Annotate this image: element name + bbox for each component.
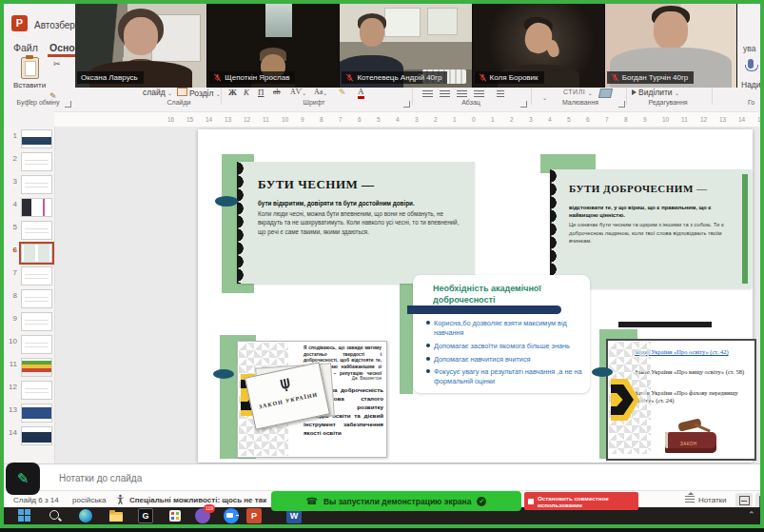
ruler-tick-label: 16 bbox=[167, 116, 174, 123]
card-be-virtuous[interactable]: БУТИ ДОБРОЧЕСНИМ — відстоювати те, у що … bbox=[550, 169, 752, 288]
horizontal-ruler[interactable]: 1615141312111098765432101234567891011121… bbox=[54, 111, 760, 128]
slide-number: 5 bbox=[8, 223, 17, 231]
quick-styles-button[interactable]: стилі bbox=[563, 89, 593, 96]
paste-button[interactable]: Вставити bbox=[10, 57, 49, 105]
slide-thumbnail-4[interactable]: 4 bbox=[4, 196, 54, 218]
strikethrough-button[interactable]: ab bbox=[273, 88, 281, 96]
card-necessity[interactable]: Необхідність академічної доброчесності К… bbox=[413, 275, 590, 393]
ruler-tick-label: 15 bbox=[186, 116, 193, 123]
stop-sharing-button[interactable]: Остановить совместное использование bbox=[524, 492, 638, 510]
ruler-tick-label: 4 bbox=[396, 116, 400, 123]
slide-thumbnail-preview bbox=[21, 152, 52, 171]
screen-sharing-banner[interactable]: ☎ Вы запустили демонстрацию экрана ✔ bbox=[271, 491, 521, 511]
align-center-button[interactable] bbox=[440, 90, 450, 98]
teal-oval-decoration[interactable] bbox=[213, 369, 234, 379]
dialog-launcher-paragraph[interactable] bbox=[520, 101, 527, 108]
dialog-launcher-font[interactable] bbox=[403, 101, 410, 108]
slide-thumbnail-1[interactable]: 1 bbox=[4, 128, 54, 149]
slide-sorter-view-button[interactable] bbox=[755, 493, 764, 507]
text-highlight-button[interactable]: ✎ bbox=[339, 88, 346, 97]
columns-button[interactable] bbox=[497, 90, 504, 98]
slide-thumbnail-10[interactable]: 10 bbox=[4, 333, 54, 355]
zoom-icon[interactable] bbox=[224, 508, 239, 523]
video-tile-1[interactable]: Оксана Лаврусь bbox=[75, 4, 207, 88]
law-book-gavel-icon: ЗАКОН bbox=[663, 421, 718, 453]
teal-oval-decoration[interactable] bbox=[592, 367, 613, 377]
powerpoint-icon[interactable]: P bbox=[246, 508, 262, 523]
justify-button[interactable] bbox=[474, 90, 484, 98]
participant-name: Оксана Лаврусь bbox=[81, 71, 138, 84]
shape-fill-icon[interactable] bbox=[598, 89, 613, 98]
teal-oval-decoration[interactable] bbox=[215, 196, 238, 207]
cut-icon[interactable]: ✂ bbox=[53, 59, 61, 69]
slide-thumbnail-preview bbox=[21, 404, 52, 423]
slide-number: 3 bbox=[8, 177, 17, 186]
align-right-button[interactable] bbox=[457, 90, 467, 98]
group-label-voice: Го bbox=[748, 99, 754, 106]
video-tile-2[interactable]: Щепоткін Ярослав bbox=[207, 4, 340, 88]
slide-thumbnail-11[interactable]: 11 bbox=[4, 356, 54, 378]
dictate-button[interactable]: Нади bbox=[741, 80, 761, 89]
viber-icon[interactable]: 119 bbox=[195, 508, 210, 523]
notes-toggle-button[interactable]: Нотатки bbox=[698, 496, 727, 504]
search-icon[interactable] bbox=[48, 508, 63, 523]
font-color-button[interactable]: А bbox=[358, 88, 364, 99]
slide-thumbnail-12[interactable]: 12 bbox=[4, 379, 54, 401]
dictate-mic-icon[interactable] bbox=[748, 59, 754, 69]
card-body: Це означає бути чесним та щирим з іншими… bbox=[569, 221, 735, 246]
card-be-honest[interactable]: БУТИ ЧЕСНИМ — бути відкритим, довіряти т… bbox=[237, 162, 475, 284]
participant-nameplate: Котелевець Андрій 40гр bbox=[342, 71, 447, 84]
normal-view-button[interactable] bbox=[735, 493, 753, 507]
slide-thumbnail-preview bbox=[21, 129, 52, 148]
dialog-launcher-clipboard[interactable] bbox=[65, 101, 71, 108]
powerpoint-logo-icon: P bbox=[11, 15, 28, 31]
italic-button[interactable]: К bbox=[244, 88, 249, 97]
tab-file[interactable]: Файл bbox=[13, 42, 38, 53]
ruler-tick-label: 10 bbox=[282, 116, 288, 123]
group-label-font: Шрифт bbox=[276, 99, 352, 106]
slide-thumbnail-3[interactable]: 3 bbox=[4, 173, 54, 195]
slide-thumbnail-preview bbox=[21, 289, 52, 308]
cursor-icon bbox=[632, 89, 637, 95]
participant-name: Котелевець Андрій 40гр bbox=[357, 71, 441, 84]
slide-thumbnail-14[interactable]: 14 bbox=[4, 424, 54, 446]
accessibility-status-button[interactable]: Спеціальні можливості: щось не так bbox=[129, 496, 266, 504]
slide-thumbnail-2[interactable]: 2 bbox=[4, 150, 54, 172]
card-laws[interactable]: Закон України «Про освіту» (ст. 42)Закон… bbox=[606, 339, 756, 461]
new-slide-button[interactable]: слайд bbox=[143, 88, 172, 97]
slide-thumbnail-panel[interactable]: 1234567891011121314 bbox=[4, 127, 55, 463]
slide-thumbnail-8[interactable]: 8 bbox=[4, 287, 54, 309]
g-app-icon[interactable]: G bbox=[138, 508, 153, 523]
align-left-button[interactable] bbox=[422, 90, 433, 98]
section-button[interactable]: Розділ bbox=[177, 88, 221, 98]
microsoft-store-icon[interactable] bbox=[167, 508, 183, 523]
slide-thumbnail-13[interactable]: 13 bbox=[4, 402, 54, 424]
language-button[interactable]: російська bbox=[72, 496, 106, 504]
card-title: БУТИ ЧЕСНИМ — bbox=[258, 177, 375, 192]
dialog-launcher-drawing[interactable] bbox=[618, 101, 625, 108]
start-icon[interactable] bbox=[17, 508, 32, 523]
bold-button[interactable]: Ж bbox=[228, 88, 237, 97]
select-button[interactable]: Виділити bbox=[632, 88, 679, 97]
notes-pane[interactable]: Нотатки до слайда bbox=[4, 463, 760, 491]
slide-thumbnail-5[interactable]: 5 bbox=[4, 219, 54, 241]
edge-icon[interactable] bbox=[78, 508, 93, 523]
slide-thumbnail-7[interactable]: 7 bbox=[4, 265, 54, 286]
slide-thumbnail-9[interactable]: 9 bbox=[4, 310, 54, 332]
underline-button[interactable]: П bbox=[258, 88, 264, 97]
video-tile-3[interactable]: Котелевець Андрій 40гр bbox=[340, 4, 472, 88]
green-accent-block[interactable] bbox=[400, 270, 413, 394]
ruler-tick-label: 0 bbox=[472, 116, 476, 123]
character-spacing-button[interactable]: АѴ bbox=[290, 88, 306, 96]
video-tile-4[interactable]: Коля Боровик bbox=[473, 4, 605, 88]
chevron-down-icon bbox=[675, 90, 679, 96]
slide-thumbnail-6[interactable]: 6 bbox=[4, 242, 54, 264]
law-hyperlink[interactable]: Закон України «Про освіту» (ст. 42) bbox=[635, 348, 751, 356]
zoom-annotation-toolbar[interactable]: ✎ bbox=[6, 463, 40, 495]
change-case-button[interactable]: Аа bbox=[314, 88, 327, 96]
zoom-video-strip[interactable]: Оксана ЛаврусьЩепоткін ЯрославКотелевець… bbox=[75, 4, 737, 88]
file-explorer-icon[interactable] bbox=[108, 508, 124, 523]
video-tile-5[interactable]: Богдан Турчін 40гр bbox=[605, 4, 737, 88]
tray-chevron-up-icon[interactable]: ⌃ bbox=[748, 510, 755, 520]
phone-icon: ☎ bbox=[306, 496, 318, 506]
